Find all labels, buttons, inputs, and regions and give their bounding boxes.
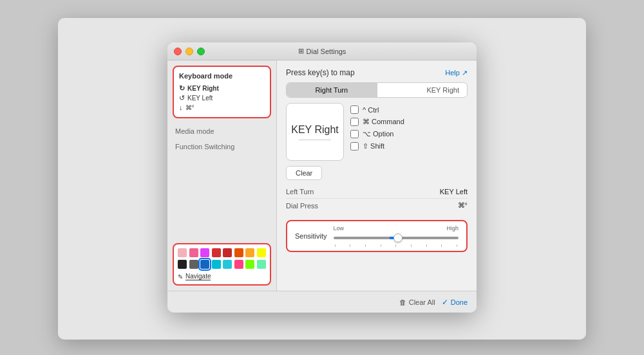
color-swatch[interactable]	[245, 248, 254, 257]
color-swatch[interactable]	[178, 260, 187, 269]
color-swatch[interactable]	[189, 260, 198, 269]
minimize-button[interactable]	[185, 48, 193, 55]
tab-row: Right Turn KEY Right	[286, 82, 468, 98]
sensitivity-slider-thumb[interactable]	[393, 233, 402, 242]
color-swatch[interactable]	[223, 260, 232, 269]
binding-row-left-turn: Left Turn KEY Left	[286, 185, 468, 199]
color-grid-row2	[178, 260, 266, 269]
binding-list: Left Turn KEY Left Dial Press ⌘°	[286, 185, 468, 212]
slider-ticks	[334, 244, 459, 247]
navigate-text[interactable]: Navigate	[185, 273, 211, 280]
title-icon: ⊞	[298, 47, 304, 55]
function-switching-label[interactable]: Function Switching	[173, 139, 271, 152]
color-swatch[interactable]	[200, 248, 209, 257]
binding-key-left-turn: KEY Left	[440, 188, 468, 196]
slider-tick	[441, 244, 442, 247]
modifier-ctrl[interactable]: ^ Ctrl	[350, 105, 404, 114]
window-title: ⊞ Dial Settings	[298, 47, 346, 55]
mode-item-key-right[interactable]: ↻ KEY Right	[179, 84, 265, 93]
sensitivity-track: Low High	[334, 225, 459, 247]
color-swatch[interactable]	[212, 260, 221, 269]
color-swatch[interactable]	[245, 260, 254, 269]
ctrl-checkbox[interactable]	[350, 105, 359, 114]
binding-name-dial-press: Dial Press	[286, 202, 318, 210]
option-label: ⌥ Option	[363, 130, 393, 138]
color-swatch[interactable]	[234, 260, 243, 269]
modifier-option[interactable]: ⌥ Option	[350, 130, 404, 138]
color-swatch[interactable]	[189, 248, 198, 257]
key-display-box: KEY Right	[286, 103, 344, 161]
tab-right-turn[interactable]: Right Turn	[287, 83, 377, 97]
shift-label: ⇧ Shift	[363, 142, 384, 150]
right-panel: Press key(s) to map Help ↗ Right Turn KE…	[277, 60, 477, 291]
color-swatch[interactable]	[223, 248, 232, 257]
close-button[interactable]	[174, 48, 182, 55]
binding-row-dial-press: Dial Press ⌘°	[286, 199, 468, 212]
key-left-icon: ↺	[179, 94, 185, 102]
sensitivity-low-label: Low	[334, 225, 345, 232]
modifier-command[interactable]: ⌘ Command	[350, 118, 404, 126]
color-grid-row1	[178, 248, 266, 257]
modifiers-panel: ^ Ctrl ⌘ Command ⌥ Option ⇧ Shift	[350, 103, 404, 150]
traffic-lights	[174, 48, 205, 55]
done-button[interactable]: ✓ Done	[442, 298, 468, 307]
slider-tick	[381, 244, 381, 247]
sensitivity-area: Sensitivity Low High	[286, 220, 468, 252]
bottom-bar: 🗑 Clear All ✓ Done	[167, 291, 477, 313]
tab-key-right[interactable]: KEY Right	[377, 83, 468, 97]
color-picker-area: ✎ Navigate	[173, 243, 271, 286]
modifier-shift[interactable]: ⇧ Shift	[350, 142, 404, 150]
press-keys-title: Press key(s) to map	[286, 68, 355, 77]
color-swatch[interactable]	[234, 248, 243, 257]
binding-name-left-turn: Left Turn	[286, 188, 314, 196]
clear-button[interactable]: Clear	[286, 166, 322, 180]
key-display-area: KEY Right ^ Ctrl ⌘ Command ⌥ Option	[286, 103, 468, 161]
command-checkbox[interactable]	[350, 118, 359, 126]
edit-icon: ✎	[178, 273, 183, 280]
left-panel: Keyboard mode ↻ KEY Right ↺ KEY Left ↓ ⌘…	[167, 60, 277, 291]
title-bar: ⊞ Dial Settings	[167, 42, 477, 60]
cmd-icon: ↓	[179, 104, 183, 111]
key-display-divider	[299, 140, 331, 140]
clear-all-button[interactable]: 🗑 Clear All	[399, 298, 435, 306]
slider-tick	[395, 244, 396, 247]
ctrl-label: ^ Ctrl	[363, 106, 379, 114]
done-label: Done	[451, 298, 468, 306]
content-area: Keyboard mode ↻ KEY Right ↺ KEY Left ↓ ⌘…	[167, 60, 477, 291]
sensitivity-high-label: High	[446, 225, 459, 232]
slider-tick	[365, 244, 366, 247]
slider-tick	[411, 244, 412, 247]
media-mode-label[interactable]: Media mode	[173, 123, 271, 136]
main-window: ⊞ Dial Settings Keyboard mode ↻ KEY Righ…	[167, 42, 477, 313]
sensitivity-labels: Low High	[334, 225, 459, 232]
clear-all-label: Clear All	[409, 298, 435, 306]
slider-tick	[426, 244, 427, 247]
slider-tick	[457, 244, 457, 247]
option-checkbox[interactable]	[350, 130, 359, 138]
right-header: Press key(s) to map Help ↗	[286, 68, 468, 77]
keyboard-mode-title: Keyboard mode	[179, 72, 265, 80]
maximize-button[interactable]	[197, 48, 205, 55]
slider-tick	[335, 244, 336, 247]
command-label: ⌘ Command	[363, 118, 404, 126]
binding-key-dial-press: ⌘°	[458, 201, 468, 210]
sensitivity-label: Sensitivity	[295, 232, 327, 240]
clear-all-icon: 🗑	[399, 298, 406, 306]
mode-item-key-left[interactable]: ↺ KEY Left	[179, 93, 265, 103]
mode-item-cmd[interactable]: ↓ ⌘°	[179, 103, 265, 112]
help-link[interactable]: Help ↗	[445, 69, 468, 77]
sensitivity-slider-wrapper	[334, 233, 459, 242]
keyboard-mode-card: Keyboard mode ↻ KEY Right ↺ KEY Left ↓ ⌘…	[173, 66, 271, 118]
shift-checkbox[interactable]	[350, 142, 359, 150]
navigate-label: ✎ Navigate	[178, 271, 266, 280]
color-swatch[interactable]	[200, 260, 209, 269]
color-swatch[interactable]	[257, 260, 266, 269]
key-right-icon: ↻	[179, 84, 185, 93]
checkmark-icon: ✓	[442, 298, 448, 307]
slider-tick	[350, 244, 350, 247]
color-swatch[interactable]	[257, 248, 266, 257]
color-swatch[interactable]	[178, 248, 187, 257]
color-swatch[interactable]	[212, 248, 221, 257]
key-display-text: KEY Right	[291, 124, 339, 136]
